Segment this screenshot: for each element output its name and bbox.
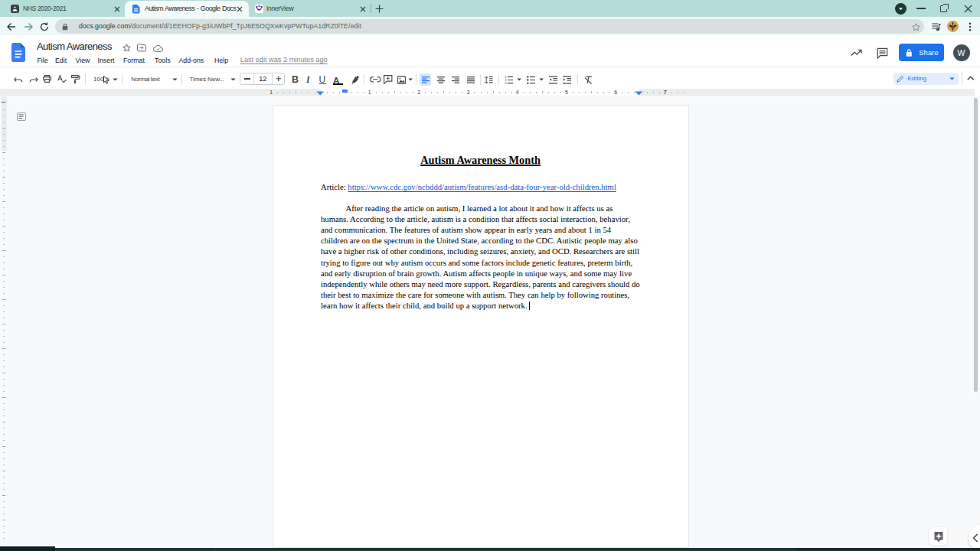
svg-text:3: 3 bbox=[505, 81, 507, 84]
